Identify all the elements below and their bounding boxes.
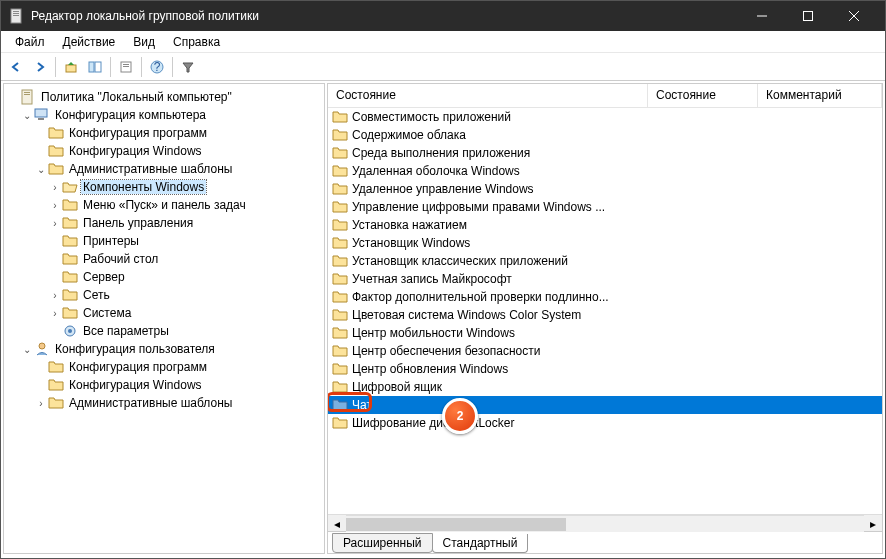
forward-button[interactable] — [29, 56, 51, 78]
folder-icon — [62, 215, 78, 231]
close-button[interactable] — [831, 1, 877, 31]
list-item-label: Установщик Windows — [352, 236, 470, 250]
folder-icon — [332, 181, 348, 197]
menu-help[interactable]: Справка — [165, 33, 228, 51]
show-hide-button[interactable] — [84, 56, 106, 78]
content-area: Политика "Локальный компьютер" ⌄ Конфигу… — [1, 81, 885, 556]
toolbar-separator — [141, 57, 142, 77]
properties-button[interactable] — [115, 56, 137, 78]
column-header-comment[interactable]: Комментарий — [758, 84, 882, 107]
list-item-label: Управление цифровыми правами Windows ... — [352, 200, 605, 214]
tree-label: Конфигурация программ — [67, 360, 209, 374]
tree-label: Все параметры — [81, 324, 171, 338]
list-item[interactable]: Установщик Windows — [328, 234, 882, 252]
tree-label: Сеть — [81, 288, 112, 302]
menu-file[interactable]: Файл — [7, 33, 53, 51]
filter-button[interactable] — [177, 56, 199, 78]
list-item[interactable]: Фактор дополнительной проверки подлинно.… — [328, 288, 882, 306]
list-view[interactable]: Совместимость приложенийСодержимое облак… — [328, 108, 882, 514]
tree-item[interactable]: Все параметры — [6, 322, 322, 340]
tree-admin-templates[interactable]: ⌄ Административные шаблоны — [6, 160, 322, 178]
tree-item[interactable]: Принтеры — [6, 232, 322, 250]
chevron-right-icon[interactable]: › — [48, 290, 62, 301]
list-item[interactable]: Установщик классических приложений — [328, 252, 882, 270]
tree-computer-config[interactable]: ⌄ Конфигурация компьютера — [6, 106, 322, 124]
tree-item[interactable]: › Административные шаблоны — [6, 394, 322, 412]
tab-standard[interactable]: Стандартный — [432, 534, 529, 553]
tree-item[interactable]: › Панель управления — [6, 214, 322, 232]
folder-icon — [48, 377, 64, 393]
up-button[interactable] — [60, 56, 82, 78]
maximize-button[interactable] — [785, 1, 831, 31]
list-item[interactable]: Цветовая система Windows Color System — [328, 306, 882, 324]
column-header-state[interactable]: Состояние — [328, 84, 648, 107]
folder-icon — [48, 395, 64, 411]
tree-windows-components[interactable]: › Компоненты Windows — [6, 178, 322, 196]
tree-item[interactable]: Конфигурация Windows — [6, 376, 322, 394]
scroll-right-button[interactable]: ▸ — [864, 515, 882, 532]
tree-user-config[interactable]: ⌄ Конфигурация пользователя — [6, 340, 322, 358]
list-item[interactable]: Шифрование диска BitLocker — [328, 414, 882, 432]
list-item-label: Содержимое облака — [352, 128, 466, 142]
svg-rect-17 — [24, 92, 30, 93]
list-item[interactable]: Центр мобильности Windows — [328, 324, 882, 342]
menu-action[interactable]: Действие — [55, 33, 124, 51]
chevron-right-icon[interactable]: › — [48, 308, 62, 319]
chevron-down-icon[interactable]: ⌄ — [20, 110, 34, 121]
back-button[interactable] — [5, 56, 27, 78]
list-item[interactable]: Центр обновления Windows — [328, 360, 882, 378]
tree-item[interactable]: › Сеть — [6, 286, 322, 304]
title-bar: Редактор локальной групповой политики — [1, 1, 885, 31]
list-item[interactable]: Удаленное управление Windows — [328, 180, 882, 198]
tree-label: Рабочий стол — [81, 252, 160, 266]
tree-item[interactable]: Конфигурация программ — [6, 358, 322, 376]
chevron-right-icon[interactable]: › — [48, 182, 62, 193]
help-button[interactable]: ? — [146, 56, 168, 78]
list-item[interactable]: Содержимое облака — [328, 126, 882, 144]
tree-item[interactable]: › Меню «Пуск» и панель задач — [6, 196, 322, 214]
badge-number: 2 — [457, 409, 464, 423]
list-item[interactable]: Среда выполнения приложения — [328, 144, 882, 162]
chevron-down-icon[interactable]: ⌄ — [20, 344, 34, 355]
tree-label: Конфигурация компьютера — [53, 108, 208, 122]
list-item[interactable]: Центр обеспечения безопасности — [328, 342, 882, 360]
tree-item[interactable]: Конфигурация Windows — [6, 142, 322, 160]
tree-label: Конфигурация программ — [67, 126, 209, 140]
svg-rect-5 — [804, 12, 813, 21]
tab-extended[interactable]: Расширенный — [332, 533, 433, 553]
list-item[interactable]: Установка нажатием — [328, 216, 882, 234]
chevron-right-icon[interactable]: › — [34, 398, 48, 409]
tree-item[interactable]: › Система — [6, 304, 322, 322]
list-item[interactable]: Управление цифровыми правами Windows ... — [328, 198, 882, 216]
svg-rect-20 — [38, 118, 44, 120]
list-item[interactable]: Удаленная оболочка Windows — [328, 162, 882, 180]
folder-icon — [62, 269, 78, 285]
chevron-right-icon[interactable]: › — [48, 218, 62, 229]
tree-root[interactable]: Политика "Локальный компьютер" — [6, 88, 322, 106]
list-item[interactable]: Чат — [328, 396, 882, 414]
app-icon — [9, 8, 25, 24]
list-item[interactable]: Совместимость приложений — [328, 108, 882, 126]
scroll-left-button[interactable]: ◂ — [328, 515, 346, 532]
list-item-label: Чат — [352, 398, 372, 412]
menu-view[interactable]: Вид — [125, 33, 163, 51]
folder-icon — [48, 161, 64, 177]
tree-item[interactable]: Рабочий стол — [6, 250, 322, 268]
chevron-right-icon[interactable]: › — [48, 200, 62, 211]
minimize-button[interactable] — [739, 1, 785, 31]
svg-rect-13 — [123, 66, 129, 67]
chevron-down-icon[interactable]: ⌄ — [34, 164, 48, 175]
column-header-state2[interactable]: Состояние — [648, 84, 758, 107]
horizontal-scrollbar[interactable]: ◂ ▸ — [328, 514, 882, 531]
folder-icon — [332, 127, 348, 143]
svg-rect-2 — [13, 13, 19, 14]
tree-item[interactable]: Сервер — [6, 268, 322, 286]
list-item[interactable]: Цифровой ящик — [328, 378, 882, 396]
tree-label: Административные шаблоны — [67, 162, 234, 176]
tree-item[interactable]: Конфигурация программ — [6, 124, 322, 142]
folder-icon — [332, 217, 348, 233]
scrollbar-thumb[interactable] — [346, 518, 566, 531]
list-item[interactable]: Учетная запись Майкрософт — [328, 270, 882, 288]
tree-panel[interactable]: Политика "Локальный компьютер" ⌄ Конфигу… — [3, 83, 325, 554]
folder-icon — [332, 343, 348, 359]
